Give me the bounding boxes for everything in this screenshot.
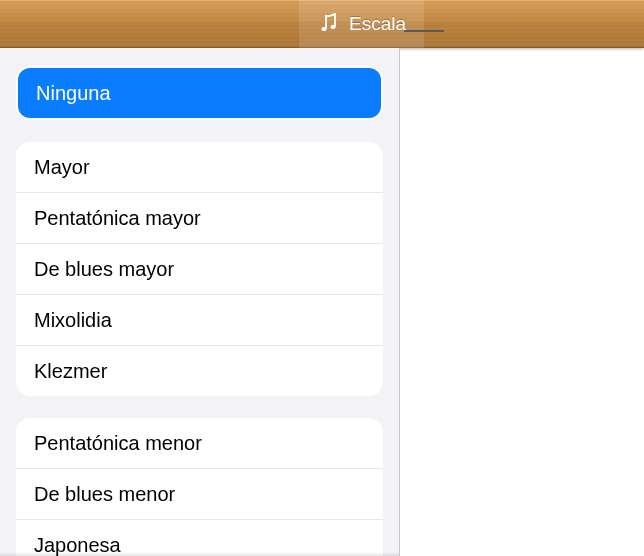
top-bar: Escala: [0, 0, 644, 48]
scale-button-label: Escala: [349, 13, 406, 35]
scale-option-label: De blues menor: [34, 483, 175, 505]
scale-button[interactable]: Escala: [299, 0, 424, 48]
scale-option-mixolydian[interactable]: Mixolidia: [16, 295, 383, 346]
scale-option-label: Mixolidia: [34, 309, 112, 331]
scale-option-label: Pentatónica menor: [34, 432, 202, 454]
scale-option-major[interactable]: Mayor: [16, 142, 383, 193]
scale-group-major: Mayor Pentatónica mayor De blues mayor M…: [16, 142, 383, 396]
scale-option-label: Mayor: [34, 156, 90, 178]
scale-option-minor-pentatonic[interactable]: Pentatónica menor: [16, 418, 383, 469]
scale-option-label: Japonesa: [34, 534, 121, 556]
scale-group-minor: Pentatónica menor De blues menor Japones…: [16, 418, 383, 556]
scale-option-none[interactable]: Ninguna: [18, 68, 381, 118]
svg-point-0: [321, 27, 326, 31]
svg-point-1: [330, 25, 335, 29]
scale-option-label: Ninguna: [36, 82, 111, 104]
scale-option-major-pentatonic[interactable]: Pentatónica mayor: [16, 193, 383, 244]
scale-option-minor-blues[interactable]: De blues menor: [16, 469, 383, 520]
music-notes-icon: [317, 12, 341, 36]
scale-group-none: Ninguna: [16, 66, 383, 120]
scale-option-japanese[interactable]: Japonesa: [16, 520, 383, 556]
scale-option-label: Klezmer: [34, 360, 107, 382]
scale-panel: Ninguna Mayor Pentatónica mayor De blues…: [0, 48, 400, 556]
scale-option-label: Pentatónica mayor: [34, 207, 201, 229]
scale-option-major-blues[interactable]: De blues mayor: [16, 244, 383, 295]
scale-option-label: De blues mayor: [34, 258, 174, 280]
callout-line: [404, 30, 444, 32]
scale-option-klezmer[interactable]: Klezmer: [16, 346, 383, 396]
